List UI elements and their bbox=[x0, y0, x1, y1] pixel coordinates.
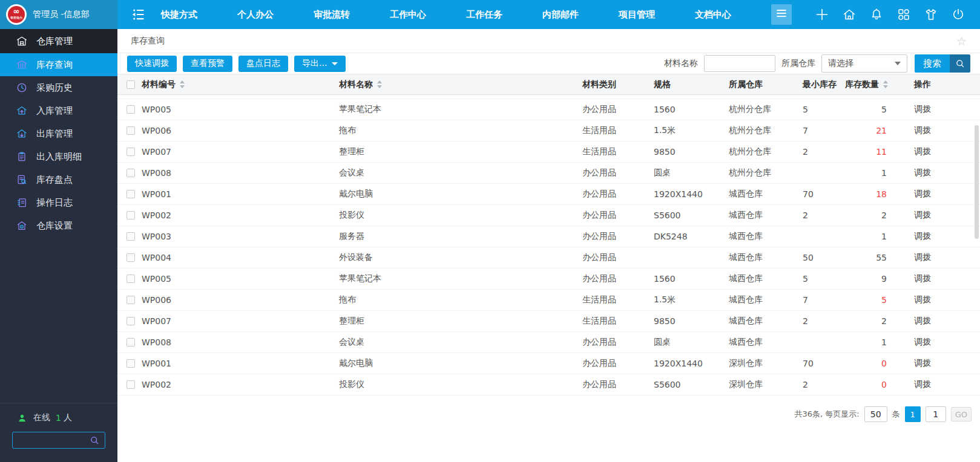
nav-item-5[interactable]: 内部邮件 bbox=[542, 9, 579, 21]
sidebar-section-warehouse-management[interactable]: 仓库管理 bbox=[0, 29, 117, 53]
sort-arrows-icon[interactable] bbox=[883, 80, 888, 88]
row-checkbox[interactable] bbox=[127, 169, 135, 177]
stocktake-log-button[interactable]: 盘点日志 bbox=[238, 56, 288, 72]
sidebar-item-outbound-management[interactable]: 出库管理 bbox=[0, 122, 117, 145]
cell-warehouse: 城西仓库 bbox=[729, 273, 803, 284]
cell-material-name: 戴尔电脑 bbox=[339, 358, 582, 369]
cell-category: 生活用品 bbox=[582, 125, 654, 136]
sidebar-item-inbound-management[interactable]: 入库管理 bbox=[0, 99, 117, 122]
row-checkbox[interactable] bbox=[127, 275, 135, 283]
search-icon bbox=[950, 54, 970, 73]
favorite-star-icon[interactable]: ☆ bbox=[956, 34, 967, 48]
current-user-label: 管理员 -信息部 bbox=[33, 9, 90, 20]
select-all-checkbox[interactable] bbox=[127, 80, 135, 89]
column-header-2[interactable]: 材料名称 bbox=[339, 79, 582, 90]
sidebar-item-purchase-history[interactable]: 采购历史 bbox=[0, 76, 117, 99]
home-icon[interactable] bbox=[842, 7, 857, 22]
nav-item-2[interactable]: 审批流转 bbox=[314, 9, 350, 21]
cell-category: 办公用品 bbox=[582, 104, 654, 115]
transfer-link[interactable]: 调拨 bbox=[888, 273, 980, 284]
nav-item-6[interactable]: 项目管理 bbox=[619, 9, 655, 21]
transfer-link[interactable]: 调拨 bbox=[888, 252, 980, 263]
row-checkbox[interactable] bbox=[127, 296, 135, 304]
cell-spec: 9850 bbox=[654, 147, 729, 157]
row-checkbox[interactable] bbox=[127, 253, 135, 262]
sidebar-item-stocktake[interactable]: 库存盘点 bbox=[0, 168, 117, 191]
sidebar-footer: 在线 1 人 bbox=[0, 403, 117, 449]
warehouse-select[interactable]: 请选择 bbox=[821, 54, 907, 73]
sidebar-item-inout-detail[interactable]: 出入库明细 bbox=[0, 145, 117, 168]
row-checkbox[interactable] bbox=[127, 232, 135, 241]
transfer-link[interactable]: 调拨 bbox=[888, 337, 980, 348]
column-header-6: 最小库存 bbox=[803, 79, 844, 90]
cell-material-name: 外设装备 bbox=[339, 252, 582, 263]
view-alerts-button[interactable]: 查看预警 bbox=[183, 56, 232, 72]
row-checkbox[interactable] bbox=[127, 317, 135, 325]
table-row: WP003 服务器 办公用品 DK5248 城西仓库 1 调拨 bbox=[117, 226, 980, 247]
sort-arrows-icon[interactable] bbox=[377, 80, 382, 88]
row-checkbox[interactable] bbox=[127, 105, 135, 114]
main-content: 库存查询 ☆ 快速调拨查看预警盘点日志导出... 材料名称 所属仓库 请选择 搜… bbox=[117, 29, 980, 462]
bell-icon[interactable] bbox=[869, 7, 884, 22]
sidebar-item-operation-log[interactable]: 操作日志 bbox=[0, 191, 117, 214]
vertical-scrollbar[interactable] bbox=[975, 125, 979, 239]
sort-arrows-icon[interactable] bbox=[180, 80, 185, 88]
cell-stock-qty: 5 bbox=[844, 105, 888, 114]
transfer-link[interactable]: 调拨 bbox=[888, 316, 980, 327]
column-header-3: 材料类别 bbox=[582, 79, 654, 90]
row-checkbox[interactable] bbox=[127, 190, 135, 198]
sidebar-item-warehouse-settings[interactable]: 仓库设置 bbox=[0, 214, 117, 237]
column-header-7[interactable]: 库存数量 bbox=[844, 79, 888, 90]
main-nav: 快捷方式 个人办公 审批流转 工作中心 工作任务 内部邮件 项目管理 文档中心 bbox=[161, 9, 771, 21]
transfer-link[interactable]: 调拨 bbox=[888, 379, 980, 390]
sidebar-search-icon[interactable] bbox=[89, 435, 100, 446]
row-checkbox[interactable] bbox=[127, 148, 135, 156]
search-button[interactable]: 搜索 bbox=[915, 54, 970, 73]
apps-icon[interactable] bbox=[896, 7, 911, 22]
export-button[interactable]: 导出... bbox=[294, 56, 346, 72]
more-menus-button[interactable] bbox=[771, 4, 792, 25]
row-checkbox[interactable] bbox=[127, 338, 135, 346]
transfer-link[interactable]: 调拨 bbox=[888, 125, 980, 136]
sidebar-section-label: 仓库管理 bbox=[36, 36, 73, 47]
material-name-input[interactable] bbox=[704, 55, 775, 72]
cell-stock-qty: 1 bbox=[844, 232, 888, 241]
power-icon[interactable] bbox=[951, 7, 965, 22]
sidebar-search-input[interactable] bbox=[18, 436, 89, 445]
nav-item-7[interactable]: 文档中心 bbox=[695, 9, 731, 21]
current-page-button[interactable]: 1 bbox=[905, 406, 921, 422]
row-checkbox[interactable] bbox=[127, 359, 135, 368]
material-name-label: 材料名称 bbox=[664, 58, 698, 69]
transfer-link[interactable]: 调拨 bbox=[888, 358, 980, 369]
page-size-input[interactable] bbox=[864, 406, 887, 422]
row-checkbox[interactable] bbox=[127, 380, 135, 389]
row-checkbox[interactable] bbox=[127, 126, 135, 135]
nav-item-4[interactable]: 工作任务 bbox=[466, 9, 502, 21]
cell-spec: 1920X1440 bbox=[654, 189, 729, 199]
go-button[interactable]: GO bbox=[951, 407, 972, 421]
transfer-link[interactable]: 调拨 bbox=[888, 168, 980, 178]
transfer-link[interactable]: 调拨 bbox=[888, 104, 980, 115]
stocktake-icon bbox=[16, 174, 28, 186]
table-row: WP005 苹果笔记本 办公用品 1560 杭州分仓库 5 5 调拨 bbox=[117, 99, 980, 120]
cell-warehouse: 深圳仓库 bbox=[729, 379, 803, 390]
outbound-icon bbox=[16, 128, 28, 140]
transfer-link[interactable]: 调拨 bbox=[888, 294, 980, 305]
transfer-link[interactable]: 调拨 bbox=[888, 231, 980, 242]
nav-item-0[interactable]: 快捷方式 bbox=[161, 9, 197, 21]
page-jump-input[interactable] bbox=[926, 406, 946, 422]
transfer-link[interactable]: 调拨 bbox=[888, 146, 980, 157]
theme-icon[interactable] bbox=[924, 7, 938, 22]
sidebar-item-inventory-query[interactable]: 库存查询 bbox=[0, 53, 117, 76]
quick-transfer-button[interactable]: 快速调拨 bbox=[127, 56, 177, 72]
nav-item-1[interactable]: 个人办公 bbox=[237, 9, 274, 21]
column-header-1[interactable]: 材料编号 bbox=[142, 79, 339, 90]
collapse-menu-icon[interactable] bbox=[130, 5, 148, 24]
sidebar-search-box bbox=[12, 432, 105, 449]
nav-item-3[interactable]: 工作中心 bbox=[390, 9, 426, 21]
row-checkbox[interactable] bbox=[127, 211, 135, 220]
cell-min-stock: 70 bbox=[803, 189, 844, 199]
transfer-link[interactable]: 调拨 bbox=[888, 210, 980, 221]
plus-icon[interactable] bbox=[815, 7, 829, 22]
transfer-link[interactable]: 调拨 bbox=[888, 189, 980, 200]
